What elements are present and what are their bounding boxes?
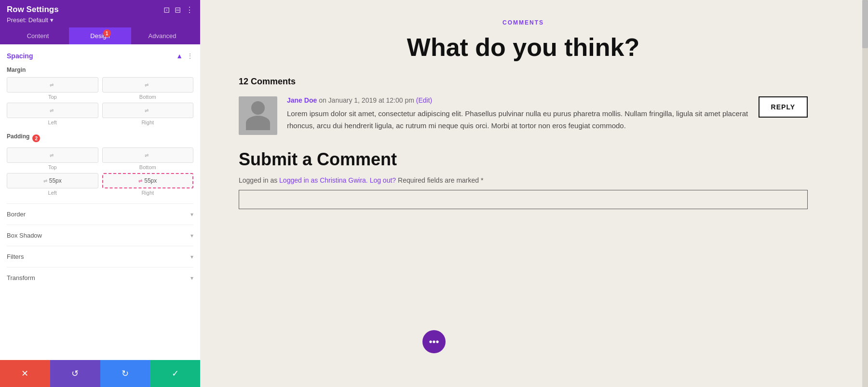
panel-content: Spacing ▲ ⋮ Margin ⇌ Top ⇌ Bottom: [0, 44, 200, 360]
reply-button[interactable]: REPLY: [759, 96, 808, 118]
preset-row[interactable]: Preset: Default ▾: [7, 16, 193, 24]
logout-link[interactable]: Log out?: [370, 176, 396, 184]
comment-date: on January 1, 2019 at 12:00 pm: [319, 96, 414, 104]
padding-badge: 2: [32, 134, 40, 142]
filters-header[interactable]: Filters ▾: [7, 253, 193, 260]
tab-advanced[interactable]: Advanced: [131, 27, 193, 44]
margin-grid: ⇌ Top ⇌ Bottom ⇌ Left: [7, 77, 193, 125]
link-icon: ⇌: [145, 153, 149, 158]
undo-button[interactable]: ↺: [50, 360, 100, 387]
comment-author: Jane Doe: [287, 96, 317, 104]
design-badge: 1: [103, 29, 111, 37]
margin-right-label: Right: [141, 120, 154, 125]
transform-header[interactable]: Transform ▾: [7, 274, 193, 281]
margin-top-field: ⇌ Top: [7, 77, 98, 100]
margin-bottom-field: ⇌ Bottom: [102, 77, 194, 100]
viewport-icon[interactable]: ⊡: [163, 5, 170, 14]
left-panel: Row Settings ⊡ ⊟ ⋮ Preset: Default ▾ Con…: [0, 0, 200, 387]
preset-chevron: ▾: [50, 16, 54, 24]
border-header[interactable]: Border ▾: [7, 211, 193, 218]
margin-left-label: Left: [48, 120, 57, 125]
save-button[interactable]: ✓: [150, 360, 200, 387]
margin-right-input[interactable]: ⇌: [102, 103, 194, 118]
comment-edit[interactable]: (Edit): [416, 96, 432, 104]
padding-label: Padding: [7, 133, 29, 140]
filters-chevron-icon: ▾: [190, 254, 193, 260]
box-shadow-title: Box Shadow: [7, 232, 42, 239]
comment-meta: Jane Doe on January 1, 2019 at 12:00 pm …: [287, 96, 749, 104]
floating-menu-button[interactable]: •••: [422, 330, 446, 353]
link-icon: ⇌: [145, 108, 149, 113]
avatar-body: [246, 116, 270, 130]
border-section: Border ▾: [7, 203, 193, 225]
cancel-button[interactable]: ✕: [0, 360, 50, 387]
padding-left-label: Left: [48, 190, 57, 196]
more-icon[interactable]: ⋮: [186, 5, 193, 14]
padding-right-field: ⇌ 55px Right: [102, 173, 194, 196]
bottom-bar: ✕ ↺ ↻ ✓: [0, 360, 200, 387]
logged-in-prefix: Logged in as: [239, 176, 279, 184]
redo-button[interactable]: ↻: [100, 360, 150, 387]
panel-header: Row Settings ⊡ ⊟ ⋮ Preset: Default ▾ Con…: [0, 0, 200, 44]
transform-section: Transform ▾: [7, 267, 193, 288]
comments-heading: What do you think?: [239, 34, 808, 61]
margin-top-input[interactable]: ⇌: [7, 77, 98, 93]
avatar-figure: [246, 101, 270, 130]
scrollbar-track[interactable]: [862, 0, 868, 387]
margin-right-field: ⇌ Right: [102, 103, 194, 125]
link-active-icon: ⇌: [138, 178, 142, 184]
comment-block: Jane Doe on January 1, 2019 at 12:00 pm …: [239, 96, 808, 135]
content-area: COMMENTS What do you think? 12 Comments …: [200, 0, 856, 228]
section-controls: ▲ ⋮: [176, 52, 193, 60]
logged-in-user-link[interactable]: Logged in as Christina Gwira.: [279, 176, 368, 184]
required-text: Required fields are marked *: [398, 176, 483, 184]
header-icons: ⊡ ⊟ ⋮: [163, 5, 193, 14]
tabs-row: Content Design 1 Advanced: [7, 27, 193, 44]
box-shadow-chevron-icon: ▾: [190, 232, 193, 239]
padding-top-field: ⇌ Top: [7, 147, 98, 170]
margin-left-field: ⇌ Left: [7, 103, 98, 125]
preset-label: Preset: Default: [7, 16, 48, 24]
box-shadow-header[interactable]: Box Shadow ▾: [7, 232, 193, 239]
tab-content[interactable]: Content: [7, 27, 69, 44]
filters-title: Filters: [7, 253, 24, 260]
margin-top-label: Top: [48, 94, 57, 100]
padding-right-value: 55px: [144, 177, 157, 184]
comment-content: Jane Doe on January 1, 2019 at 12:00 pm …: [287, 96, 749, 132]
margin-bottom-input[interactable]: ⇌: [102, 77, 194, 93]
padding-left-input[interactable]: ⇌ 55px: [7, 173, 98, 188]
section-collapse-icon[interactable]: ▲: [176, 52, 183, 60]
padding-right-input[interactable]: ⇌ 55px: [102, 173, 194, 188]
logged-in-text: Logged in as Logged in as Christina Gwir…: [239, 176, 808, 184]
filters-section: Filters ▾: [7, 246, 193, 267]
padding-label-wrap: Padding 2: [7, 133, 193, 144]
link-icon: ⇌: [50, 153, 54, 158]
border-chevron-icon: ▾: [190, 211, 193, 218]
columns-icon[interactable]: ⊟: [175, 5, 181, 14]
panel-title: Row Settings: [7, 5, 59, 14]
section-more-icon[interactable]: ⋮: [187, 52, 193, 60]
margin-left-input[interactable]: ⇌: [7, 103, 98, 118]
comments-label: COMMENTS: [239, 19, 808, 26]
margin-label: Margin: [7, 67, 193, 73]
transform-chevron-icon: ▾: [190, 275, 193, 281]
right-content-area: COMMENTS What do you think? 12 Comments …: [200, 0, 868, 387]
padding-top-input[interactable]: ⇌: [7, 147, 98, 163]
comment-textarea-field[interactable]: [239, 190, 808, 209]
link-icon: ⇌: [50, 108, 54, 113]
tab-design[interactable]: Design 1: [69, 27, 131, 44]
padding-right-label: Right: [141, 190, 154, 196]
margin-bottom-label: Bottom: [139, 94, 156, 100]
spacing-title: Spacing: [7, 52, 33, 60]
box-shadow-section: Box Shadow ▾: [7, 225, 193, 246]
padding-bottom-field: ⇌ Bottom: [102, 147, 194, 170]
spacing-section-header: Spacing ▲ ⋮: [7, 52, 193, 60]
avatar-head: [251, 101, 265, 115]
transform-title: Transform: [7, 274, 35, 281]
padding-bottom-input[interactable]: ⇌: [102, 147, 194, 163]
comments-count: 12 Comments: [239, 77, 808, 87]
padding-grid: ⇌ Top ⇌ Bottom ⇌ 55px Left: [7, 147, 193, 196]
padding-top-label: Top: [48, 164, 57, 170]
submit-heading: Submit a Comment: [239, 149, 808, 170]
scrollbar-thumb[interactable]: [862, 0, 868, 48]
